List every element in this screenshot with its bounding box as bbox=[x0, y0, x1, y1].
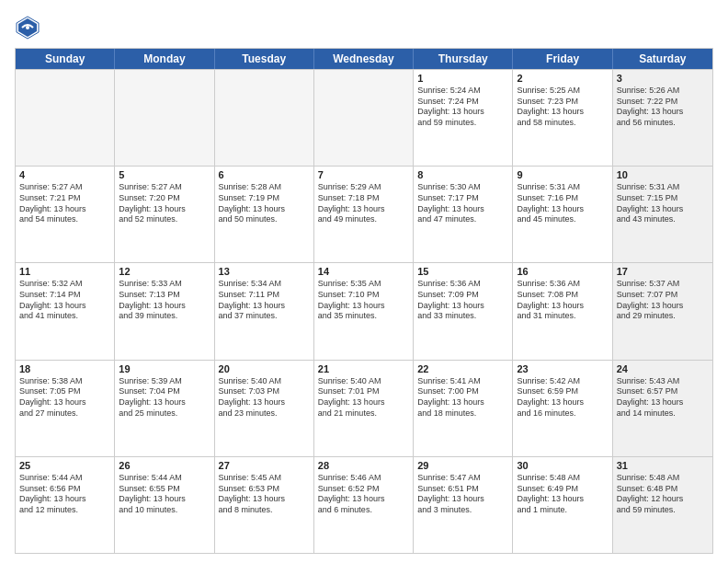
cell-line: Sunrise: 5:39 AM bbox=[119, 376, 210, 387]
calendar-row-3: 11Sunrise: 5:32 AMSunset: 7:14 PMDayligh… bbox=[16, 262, 712, 359]
cell-line: Sunrise: 5:32 AM bbox=[19, 279, 110, 290]
calendar-cell bbox=[215, 70, 314, 166]
day-number: 23 bbox=[517, 363, 608, 374]
cell-line: Daylight: 12 hours bbox=[617, 494, 709, 505]
day-number: 19 bbox=[119, 363, 210, 374]
day-number: 8 bbox=[417, 169, 508, 180]
cell-line: and 54 minutes. bbox=[19, 214, 110, 225]
day-number: 18 bbox=[19, 363, 110, 374]
logo-icon bbox=[15, 15, 40, 40]
cell-line: Sunrise: 5:42 AM bbox=[517, 376, 608, 387]
cell-line: Sunrise: 5:27 AM bbox=[19, 182, 110, 193]
day-number: 30 bbox=[517, 460, 608, 471]
cell-line: and 16 minutes. bbox=[517, 408, 608, 419]
cell-line: Sunrise: 5:46 AM bbox=[318, 473, 409, 484]
day-number: 3 bbox=[617, 73, 709, 84]
cell-line: Sunset: 6:53 PM bbox=[219, 484, 310, 495]
calendar-cell: 8Sunrise: 5:30 AMSunset: 7:17 PMDaylight… bbox=[414, 167, 513, 262]
day-number: 12 bbox=[119, 266, 210, 277]
day-number: 17 bbox=[617, 266, 709, 277]
cell-line: and 25 minutes. bbox=[119, 408, 210, 419]
calendar-cell: 21Sunrise: 5:40 AMSunset: 7:01 PMDayligh… bbox=[314, 361, 414, 456]
calendar-row-5: 25Sunrise: 5:44 AMSunset: 6:56 PMDayligh… bbox=[16, 456, 712, 553]
calendar-cell: 3Sunrise: 5:26 AMSunset: 7:22 PMDaylight… bbox=[613, 70, 712, 166]
cell-line: and 21 minutes. bbox=[318, 408, 409, 419]
cell-line: and 14 minutes. bbox=[617, 408, 709, 419]
cell-line: Sunset: 7:03 PM bbox=[219, 386, 310, 397]
cell-line: Sunrise: 5:36 AM bbox=[517, 279, 608, 290]
cell-line: and 37 minutes. bbox=[219, 311, 310, 322]
cell-line: Sunrise: 5:47 AM bbox=[417, 473, 508, 484]
cell-line: and 31 minutes. bbox=[517, 311, 608, 322]
cell-line: Sunset: 7:05 PM bbox=[19, 386, 110, 397]
calendar-cell: 31Sunrise: 5:48 AMSunset: 6:48 PMDayligh… bbox=[613, 457, 712, 553]
cell-line: Sunrise: 5:36 AM bbox=[417, 279, 508, 290]
cell-line: Daylight: 13 hours bbox=[517, 107, 608, 118]
cell-line: Sunset: 6:55 PM bbox=[119, 484, 210, 495]
cell-line: and 6 minutes. bbox=[318, 505, 409, 516]
day-number: 25 bbox=[19, 460, 110, 471]
calendar-cell bbox=[16, 70, 115, 166]
calendar-cell: 12Sunrise: 5:33 AMSunset: 7:13 PMDayligh… bbox=[115, 263, 214, 359]
cell-line: Daylight: 13 hours bbox=[219, 204, 310, 215]
day-number: 28 bbox=[318, 460, 409, 471]
cell-line: Sunset: 7:19 PM bbox=[219, 193, 310, 204]
cell-line: Sunrise: 5:34 AM bbox=[219, 279, 310, 290]
cell-line: and 3 minutes. bbox=[417, 505, 508, 516]
cell-line: Daylight: 13 hours bbox=[219, 301, 310, 312]
cell-line: Sunrise: 5:40 AM bbox=[219, 376, 310, 387]
cell-line: Sunset: 6:59 PM bbox=[517, 386, 608, 397]
calendar-cell: 1Sunrise: 5:24 AMSunset: 7:24 PMDaylight… bbox=[414, 70, 513, 166]
cell-line: Sunrise: 5:45 AM bbox=[219, 473, 310, 484]
cell-line: Sunrise: 5:25 AM bbox=[517, 86, 608, 97]
cell-line: Sunrise: 5:41 AM bbox=[417, 376, 508, 387]
day-number: 9 bbox=[517, 169, 608, 180]
calendar-cell: 6Sunrise: 5:28 AMSunset: 7:19 PMDaylight… bbox=[215, 167, 314, 262]
calendar-cell bbox=[115, 70, 214, 166]
cell-line: Daylight: 13 hours bbox=[19, 301, 110, 312]
cell-line: Sunset: 7:20 PM bbox=[119, 193, 210, 204]
cell-line: Daylight: 13 hours bbox=[119, 397, 210, 408]
cell-line: Sunset: 6:49 PM bbox=[517, 484, 608, 495]
cell-line: Sunrise: 5:29 AM bbox=[318, 182, 409, 193]
cell-line: Daylight: 13 hours bbox=[417, 107, 508, 118]
cell-line: Sunrise: 5:30 AM bbox=[417, 182, 508, 193]
calendar-cell: 11Sunrise: 5:32 AMSunset: 7:14 PMDayligh… bbox=[16, 263, 115, 359]
day-number: 26 bbox=[119, 460, 210, 471]
cell-line: Sunrise: 5:31 AM bbox=[517, 182, 608, 193]
cell-line: and 12 minutes. bbox=[19, 505, 110, 516]
cell-line: Daylight: 13 hours bbox=[417, 397, 508, 408]
cell-line: and 59 minutes. bbox=[417, 118, 508, 129]
cell-line: and 58 minutes. bbox=[517, 118, 608, 129]
cell-line: Sunset: 7:01 PM bbox=[318, 386, 409, 397]
cell-line: Sunset: 7:23 PM bbox=[517, 97, 608, 108]
cell-line: Sunset: 7:14 PM bbox=[19, 290, 110, 301]
header-cell-thursday: Thursday bbox=[414, 49, 513, 69]
cell-line: Daylight: 13 hours bbox=[617, 204, 709, 215]
day-number: 22 bbox=[417, 363, 508, 374]
calendar-cell: 28Sunrise: 5:46 AMSunset: 6:52 PMDayligh… bbox=[314, 457, 414, 553]
cell-line: Sunset: 7:04 PM bbox=[119, 386, 210, 397]
cell-line: and 39 minutes. bbox=[119, 311, 210, 322]
cell-line: Sunset: 7:08 PM bbox=[517, 290, 608, 301]
cell-line: Sunset: 7:10 PM bbox=[318, 290, 409, 301]
cell-line: Sunset: 7:07 PM bbox=[617, 290, 709, 301]
calendar-cell: 7Sunrise: 5:29 AMSunset: 7:18 PMDaylight… bbox=[314, 167, 414, 262]
calendar-body: 1Sunrise: 5:24 AMSunset: 7:24 PMDaylight… bbox=[16, 69, 712, 553]
calendar-cell: 4Sunrise: 5:27 AMSunset: 7:21 PMDaylight… bbox=[16, 167, 115, 262]
cell-line: Sunset: 6:48 PM bbox=[617, 484, 709, 495]
day-number: 5 bbox=[119, 169, 210, 180]
calendar-cell: 2Sunrise: 5:25 AMSunset: 7:23 PMDaylight… bbox=[513, 70, 612, 166]
day-number: 21 bbox=[318, 363, 409, 374]
header-cell-saturday: Saturday bbox=[613, 49, 712, 69]
calendar-row-2: 4Sunrise: 5:27 AMSunset: 7:21 PMDaylight… bbox=[16, 166, 712, 262]
cell-line: Sunrise: 5:35 AM bbox=[318, 279, 409, 290]
header-cell-wednesday: Wednesday bbox=[314, 49, 414, 69]
day-number: 14 bbox=[318, 266, 409, 277]
cell-line: Sunrise: 5:40 AM bbox=[318, 376, 409, 387]
calendar-cell: 10Sunrise: 5:31 AMSunset: 7:15 PMDayligh… bbox=[613, 167, 712, 262]
cell-line: Sunrise: 5:38 AM bbox=[19, 376, 110, 387]
cell-line: Daylight: 13 hours bbox=[417, 301, 508, 312]
day-number: 16 bbox=[517, 266, 608, 277]
cell-line: Daylight: 13 hours bbox=[417, 494, 508, 505]
